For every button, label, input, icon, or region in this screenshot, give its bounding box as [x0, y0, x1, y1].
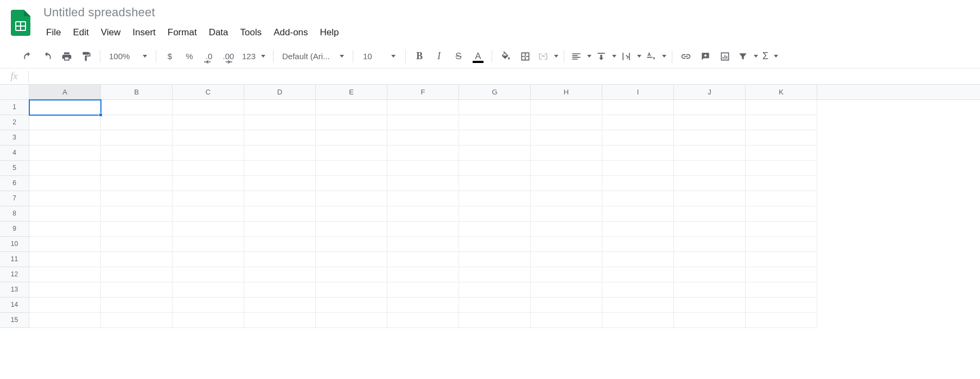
cell-D6[interactable]: [244, 176, 316, 191]
cell-G8[interactable]: [459, 206, 531, 222]
cell-A1[interactable]: [29, 100, 101, 115]
sheets-logo[interactable]: [7, 7, 35, 39]
cell-A7[interactable]: [29, 191, 101, 206]
cell-B1[interactable]: [101, 100, 173, 115]
menu-insert[interactable]: Insert: [126, 24, 162, 41]
cell-B11[interactable]: [101, 252, 173, 267]
cell-I12[interactable]: [602, 267, 674, 282]
row-header-7[interactable]: 7: [0, 191, 29, 206]
cell-E5[interactable]: [316, 161, 387, 176]
cell-J9[interactable]: [674, 222, 746, 237]
row-header-4[interactable]: 4: [0, 146, 29, 161]
cell-A6[interactable]: [29, 176, 101, 191]
cell-K8[interactable]: [746, 206, 817, 222]
row-header-3[interactable]: 3: [0, 130, 29, 146]
menu-tools[interactable]: Tools: [234, 24, 268, 41]
insert-comment-button[interactable]: [696, 48, 715, 65]
cell-H1[interactable]: [531, 100, 602, 115]
column-header-G[interactable]: G: [459, 85, 531, 99]
cell-K7[interactable]: [746, 191, 817, 206]
cell-B6[interactable]: [101, 176, 173, 191]
cell-I1[interactable]: [602, 100, 674, 115]
cell-G15[interactable]: [459, 313, 531, 328]
text-rotation-dropdown[interactable]: [644, 48, 667, 65]
cell-H7[interactable]: [531, 191, 602, 206]
font-family-dropdown[interactable]: Default (Ari...: [278, 48, 348, 65]
cell-A13[interactable]: [29, 282, 101, 298]
cell-E6[interactable]: [316, 176, 387, 191]
row-header-11[interactable]: 11: [0, 252, 29, 267]
cell-J15[interactable]: [674, 313, 746, 328]
cell-B5[interactable]: [101, 161, 173, 176]
cell-C13[interactable]: [173, 282, 244, 298]
cell-K5[interactable]: [746, 161, 817, 176]
cell-I6[interactable]: [602, 176, 674, 191]
cell-A9[interactable]: [29, 222, 101, 237]
cell-G12[interactable]: [459, 267, 531, 282]
cell-E14[interactable]: [316, 298, 387, 313]
functions-dropdown[interactable]: Σ: [760, 48, 779, 65]
cell-B13[interactable]: [101, 282, 173, 298]
cell-H12[interactable]: [531, 267, 602, 282]
cell-F6[interactable]: [387, 176, 459, 191]
cell-I13[interactable]: [602, 282, 674, 298]
cell-F7[interactable]: [387, 191, 459, 206]
cell-G2[interactable]: [459, 115, 531, 130]
cell-D4[interactable]: [244, 146, 316, 161]
cell-A11[interactable]: [29, 252, 101, 267]
cell-B15[interactable]: [101, 313, 173, 328]
cell-D7[interactable]: [244, 191, 316, 206]
cell-I11[interactable]: [602, 252, 674, 267]
row-header-9[interactable]: 9: [0, 222, 29, 237]
column-header-K[interactable]: K: [746, 85, 817, 99]
cell-J6[interactable]: [674, 176, 746, 191]
cell-I8[interactable]: [602, 206, 674, 222]
paint-format-button[interactable]: [77, 48, 96, 65]
cell-D10[interactable]: [244, 237, 316, 252]
cell-A3[interactable]: [29, 130, 101, 146]
cell-E8[interactable]: [316, 206, 387, 222]
cell-K13[interactable]: [746, 282, 817, 298]
cell-E1[interactable]: [316, 100, 387, 115]
merge-cells-dropdown[interactable]: [536, 48, 559, 65]
row-header-6[interactable]: 6: [0, 176, 29, 191]
cell-D1[interactable]: [244, 100, 316, 115]
cell-J3[interactable]: [674, 130, 746, 146]
cell-K4[interactable]: [746, 146, 817, 161]
text-color-button[interactable]: A: [469, 48, 487, 65]
zoom-dropdown[interactable]: 100%: [105, 48, 151, 65]
cell-G1[interactable]: [459, 100, 531, 115]
menu-file[interactable]: File: [40, 24, 67, 41]
cell-F9[interactable]: [387, 222, 459, 237]
fill-color-button[interactable]: [497, 48, 515, 65]
cell-J1[interactable]: [674, 100, 746, 115]
cell-A10[interactable]: [29, 237, 101, 252]
cell-G11[interactable]: [459, 252, 531, 267]
column-header-C[interactable]: C: [173, 85, 244, 99]
cell-B10[interactable]: [101, 237, 173, 252]
cell-I10[interactable]: [602, 237, 674, 252]
italic-button[interactable]: I: [430, 48, 448, 65]
cell-C15[interactable]: [173, 313, 244, 328]
cell-B3[interactable]: [101, 130, 173, 146]
cell-I14[interactable]: [602, 298, 674, 313]
cell-A12[interactable]: [29, 267, 101, 282]
cell-D11[interactable]: [244, 252, 316, 267]
menu-help[interactable]: Help: [314, 24, 345, 41]
cell-F5[interactable]: [387, 161, 459, 176]
cell-G4[interactable]: [459, 146, 531, 161]
menu-view[interactable]: View: [95, 24, 127, 41]
cell-F12[interactable]: [387, 267, 459, 282]
row-header-5[interactable]: 5: [0, 161, 29, 176]
cell-D3[interactable]: [244, 130, 316, 146]
cell-C5[interactable]: [173, 161, 244, 176]
cell-G5[interactable]: [459, 161, 531, 176]
format-currency-button[interactable]: $: [161, 48, 179, 65]
column-header-H[interactable]: H: [531, 85, 602, 99]
menu-data[interactable]: Data: [203, 24, 234, 41]
cell-H11[interactable]: [531, 252, 602, 267]
cell-K9[interactable]: [746, 222, 817, 237]
increase-decimals-button[interactable]: .00: [219, 48, 238, 65]
row-header-12[interactable]: 12: [0, 267, 29, 282]
cell-E11[interactable]: [316, 252, 387, 267]
